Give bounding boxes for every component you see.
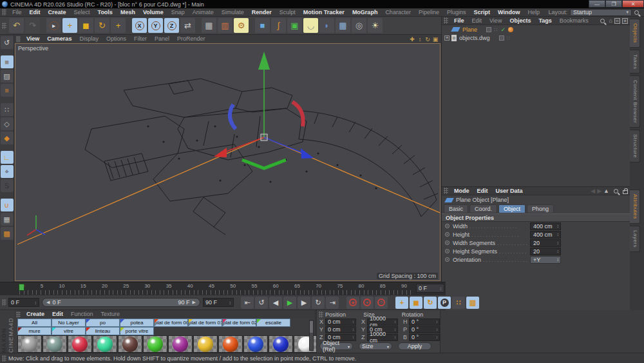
spinner-icon[interactable]: ↕ bbox=[557, 232, 560, 237]
expand-icon[interactable]: + bbox=[444, 35, 450, 41]
spinner-icon[interactable]: ↕ bbox=[557, 249, 560, 253]
tree-row-plane[interactable]: Plane :: ✓ bbox=[442, 25, 630, 34]
search-icon[interactable] bbox=[600, 19, 605, 23]
apply-button[interactable]: Apply bbox=[398, 342, 431, 350]
expand-icon[interactable]: + bbox=[622, 18, 628, 24]
viewport-menu-item[interactable]: Display bbox=[75, 35, 102, 43]
subdivision-surface-button[interactable]: ▣ bbox=[287, 18, 302, 33]
home-icon[interactable]: ⌂ bbox=[609, 17, 612, 24]
menu-item[interactable]: Render bbox=[248, 8, 276, 17]
panel-tab[interactable]: Attributes bbox=[630, 190, 640, 224]
layer-filter-button[interactable]: po bbox=[86, 319, 120, 327]
menu-item[interactable]: Character bbox=[381, 8, 415, 17]
move-gizmo[interactable] bbox=[214, 52, 314, 168]
lock-icon[interactable] bbox=[623, 190, 628, 194]
view-pan-icon[interactable]: ✚ bbox=[408, 36, 416, 43]
material-green[interactable] bbox=[143, 335, 167, 353]
polygons-mode-button[interactable]: ◆ bbox=[1, 132, 14, 144]
gizmo-plane-handle-x[interactable] bbox=[292, 102, 303, 126]
attribute-value-field[interactable]: 20 ↕ bbox=[530, 239, 561, 247]
spline-pen-button[interactable]: ∫ bbox=[271, 18, 286, 33]
close-button[interactable]: ✕ bbox=[622, 0, 644, 8]
visibility-dots-icon[interactable]: :: bbox=[494, 26, 498, 32]
search-icon[interactable] bbox=[634, 10, 639, 15]
material-yellow[interactable] bbox=[193, 335, 218, 353]
layer-chip-icon[interactable] bbox=[486, 27, 491, 32]
playback-rate-button[interactable]: ▥ bbox=[466, 297, 479, 309]
gizmo-z-arrowhead[interactable] bbox=[301, 148, 314, 159]
layer-filter-button[interactable]: No Layer bbox=[52, 319, 86, 327]
goto-start-button[interactable]: ⇤ bbox=[241, 297, 254, 309]
spinner-icon[interactable]: ↕ bbox=[436, 320, 438, 324]
material-menu-item[interactable]: Create bbox=[23, 310, 48, 319]
layer-filter-button[interactable]: All bbox=[17, 319, 52, 327]
previous-frame-button[interactable]: ◀ bbox=[269, 297, 282, 309]
rotation-field[interactable]: 0 °↕ bbox=[409, 319, 440, 326]
menu-item[interactable]: Pipeline bbox=[415, 8, 443, 17]
workplane-mode-button[interactable]: ≡ bbox=[1, 84, 14, 97]
render-to-picture-viewer-button[interactable]: ▥ bbox=[218, 18, 232, 33]
drag-grip[interactable] bbox=[444, 188, 448, 194]
objects-menu-item[interactable]: Edit bbox=[468, 17, 486, 25]
attributes-menu-item[interactable]: Mode bbox=[450, 187, 473, 195]
minimize-button[interactable]: — bbox=[589, 0, 605, 8]
render-view-button[interactable]: ▦ bbox=[202, 18, 216, 33]
attributes-menu-item[interactable]: Edit bbox=[473, 187, 492, 195]
spinner-icon[interactable]: ↕ bbox=[557, 257, 560, 262]
layer-filter-button[interactable]: escalie bbox=[256, 319, 290, 327]
panel-tab[interactable]: Structure bbox=[630, 130, 640, 162]
gizmo-center-handle[interactable] bbox=[261, 134, 267, 141]
spinner-icon[interactable]: ↕ bbox=[352, 328, 354, 331]
position-field[interactable]: 0 cm↕ bbox=[325, 326, 356, 333]
view-rotate-icon[interactable]: ↻ bbox=[424, 36, 431, 43]
menu-item[interactable]: Animate bbox=[189, 8, 218, 17]
range-end-field[interactable]: 90 F ↕ bbox=[203, 298, 234, 307]
panel-tab[interactable]: Takes bbox=[630, 50, 640, 74]
menu-item[interactable]: Volume bbox=[139, 8, 167, 17]
key-position-toggle[interactable]: + bbox=[395, 297, 408, 309]
collapse-icon[interactable]: − bbox=[614, 18, 620, 24]
spinner-icon[interactable]: ↕ bbox=[35, 300, 37, 305]
render-settings-button[interactable]: ⚙ bbox=[234, 18, 249, 33]
next-frame-button[interactable]: ▶ bbox=[298, 297, 310, 309]
floor-button[interactable]: ▦ bbox=[336, 18, 350, 33]
drag-grip[interactable] bbox=[2, 355, 6, 362]
lock-z-axis-button[interactable]: Z bbox=[164, 18, 179, 33]
material-blue[interactable] bbox=[243, 335, 268, 353]
menu-item[interactable]: Sculpt bbox=[276, 8, 299, 17]
menu-item[interactable]: Motion Tracker bbox=[299, 8, 348, 17]
attribute-tab[interactable]: Phong bbox=[527, 204, 554, 213]
panel-tab[interactable]: Content Browser bbox=[630, 75, 640, 128]
play-backwards-button[interactable]: ↺ bbox=[255, 297, 268, 309]
material-dark-blue[interactable] bbox=[269, 335, 293, 353]
attribute-value-field[interactable]: 20 ↕ bbox=[530, 248, 561, 255]
edges-mode-button[interactable]: ◇ bbox=[1, 117, 14, 130]
panel-tab[interactable]: Objects bbox=[630, 19, 640, 48]
gizmo-y-arrowhead[interactable] bbox=[258, 52, 270, 70]
attribute-tab[interactable]: Coord. bbox=[469, 204, 497, 213]
enabled-check-icon[interactable]: ✓ bbox=[500, 26, 506, 33]
gizmo-x-arrowhead[interactable] bbox=[214, 148, 227, 157]
menu-item[interactable]: Plugins bbox=[443, 8, 470, 17]
material-brown[interactable] bbox=[118, 335, 142, 353]
spinner-icon[interactable]: ↕ bbox=[436, 328, 438, 331]
objects-menu-item[interactable]: Objects bbox=[506, 17, 535, 25]
animation-dot-icon[interactable] bbox=[445, 240, 450, 245]
gizmo-plane-handle-z[interactable] bbox=[230, 104, 236, 129]
material-scrollbar[interactable] bbox=[309, 320, 314, 351]
make-editable-button[interactable]: ↺ bbox=[1, 36, 14, 49]
viewport-menu-item[interactable]: Panel bbox=[151, 35, 173, 43]
size-mode-select[interactable]: Size ▾ bbox=[359, 342, 392, 350]
viewport-menu-item[interactable]: ProRender bbox=[173, 35, 209, 43]
timeline-playhead[interactable] bbox=[19, 284, 24, 291]
position-field[interactable]: 0 cm↕ bbox=[325, 319, 356, 326]
layer-filter-button[interactable]: potea bbox=[120, 319, 154, 327]
spinner-icon[interactable]: ↕ bbox=[394, 328, 396, 331]
coordinate-mode-select[interactable]: Object (Rel) ▾ bbox=[319, 342, 353, 350]
spinner-icon[interactable]: ↕ bbox=[557, 224, 560, 228]
attribute-tab[interactable]: Object bbox=[498, 204, 526, 213]
rotation-field[interactable]: 0 °↕ bbox=[409, 334, 440, 341]
play-forwards-button[interactable]: ▶ bbox=[283, 297, 296, 309]
material-menu-item[interactable]: Edit bbox=[48, 310, 67, 319]
layer-filter-button[interactable]: mure bbox=[17, 327, 52, 335]
